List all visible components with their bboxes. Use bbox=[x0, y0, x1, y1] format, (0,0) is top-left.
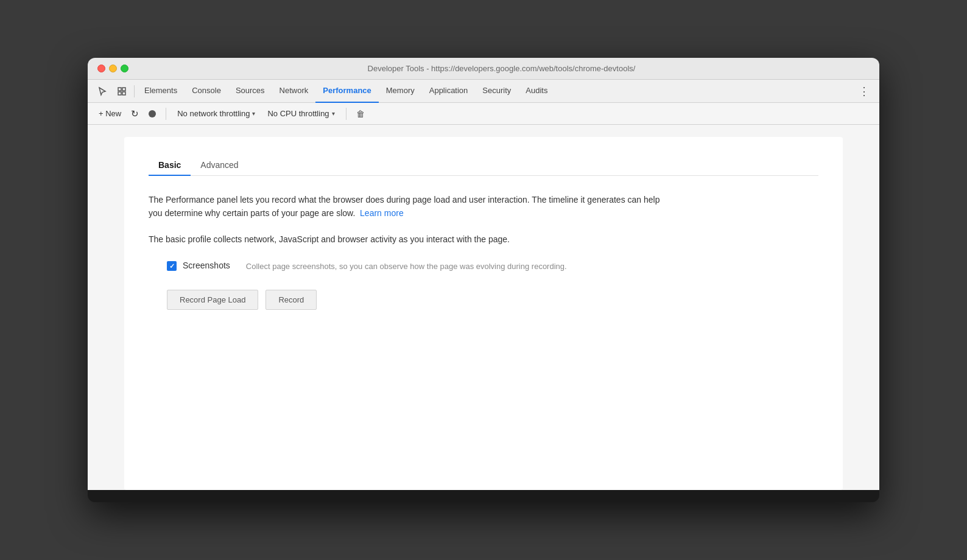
description-1: The Performance panel lets you record wh… bbox=[149, 193, 672, 220]
cpu-throttling-label: No CPU throttling bbox=[267, 109, 329, 118]
cpu-throttling-arrow-icon: ▾ bbox=[332, 110, 335, 117]
network-throttling-arrow-icon: ▾ bbox=[252, 110, 255, 117]
record-button[interactable] bbox=[145, 108, 160, 120]
tab-console[interactable]: Console bbox=[185, 80, 228, 103]
toolbar-separator-2 bbox=[346, 108, 346, 120]
record-button[interactable]: Record bbox=[265, 290, 317, 310]
screenshots-description: Collect page screenshots, so you can obs… bbox=[246, 261, 567, 273]
traffic-lights bbox=[97, 65, 128, 72]
toolbar: + New ↻ No network throttling ▾ No CPU t… bbox=[88, 103, 879, 125]
title-bar: Developer Tools - https://developers.goo… bbox=[88, 58, 879, 80]
refresh-button[interactable]: ↻ bbox=[127, 106, 142, 122]
refresh-icon: ↻ bbox=[131, 108, 139, 119]
minimize-button[interactable] bbox=[109, 65, 117, 72]
content-tabs: Basic Advanced bbox=[149, 155, 818, 176]
tab-audits[interactable]: Audits bbox=[518, 80, 555, 103]
divider bbox=[134, 85, 135, 97]
tab-network[interactable]: Network bbox=[272, 80, 316, 103]
description-2: The basic profile collects network, Java… bbox=[149, 233, 672, 246]
record-dot-icon bbox=[149, 110, 156, 117]
tab-application[interactable]: Application bbox=[422, 80, 476, 103]
content-tab-basic[interactable]: Basic bbox=[149, 155, 191, 176]
maximize-button[interactable] bbox=[121, 65, 128, 72]
tabs-bar: Elements Console Sources Network Perform… bbox=[88, 80, 879, 103]
learn-more-link[interactable]: Learn more bbox=[360, 208, 404, 218]
tab-memory[interactable]: Memory bbox=[379, 80, 422, 103]
devtools-window: Developer Tools - https://developers.goo… bbox=[88, 58, 879, 502]
checkmark-icon: ✓ bbox=[169, 262, 175, 270]
svg-rect-0 bbox=[118, 88, 121, 91]
screenshots-checkbox[interactable]: ✓ bbox=[167, 261, 177, 271]
devtools-body: Elements Console Sources Network Perform… bbox=[88, 80, 879, 490]
network-throttling-dropdown[interactable]: No network throttling ▾ bbox=[172, 107, 260, 121]
svg-rect-3 bbox=[122, 92, 125, 95]
cursor-icon[interactable] bbox=[93, 80, 112, 103]
more-options-icon[interactable]: ⋮ bbox=[854, 85, 874, 98]
clear-button[interactable]: 🗑 bbox=[353, 107, 368, 121]
content-tab-advanced[interactable]: Advanced bbox=[191, 155, 248, 176]
main-content: Basic Advanced The Performance panel let… bbox=[124, 137, 843, 490]
tab-sources[interactable]: Sources bbox=[228, 80, 272, 103]
cpu-throttling-dropdown[interactable]: No CPU throttling ▾ bbox=[262, 107, 339, 121]
screenshots-row: ✓ Screenshots Collect page screenshots, … bbox=[167, 261, 800, 273]
svg-rect-1 bbox=[122, 88, 125, 91]
network-throttling-label: No network throttling bbox=[177, 109, 250, 118]
tab-security[interactable]: Security bbox=[475, 80, 518, 103]
screenshots-label: Screenshots bbox=[183, 261, 230, 270]
toolbar-separator-1 bbox=[166, 108, 166, 120]
tab-elements[interactable]: Elements bbox=[137, 80, 185, 103]
svg-rect-2 bbox=[118, 92, 121, 95]
window-title: Developer Tools - https://developers.goo… bbox=[133, 64, 870, 73]
tab-performance[interactable]: Performance bbox=[315, 80, 378, 103]
action-buttons: Record Page Load Record bbox=[167, 290, 800, 310]
new-button[interactable]: + New bbox=[95, 107, 125, 121]
close-button[interactable] bbox=[97, 65, 105, 72]
inspect-icon[interactable] bbox=[112, 80, 132, 103]
record-page-load-button[interactable]: Record Page Load bbox=[167, 290, 258, 310]
